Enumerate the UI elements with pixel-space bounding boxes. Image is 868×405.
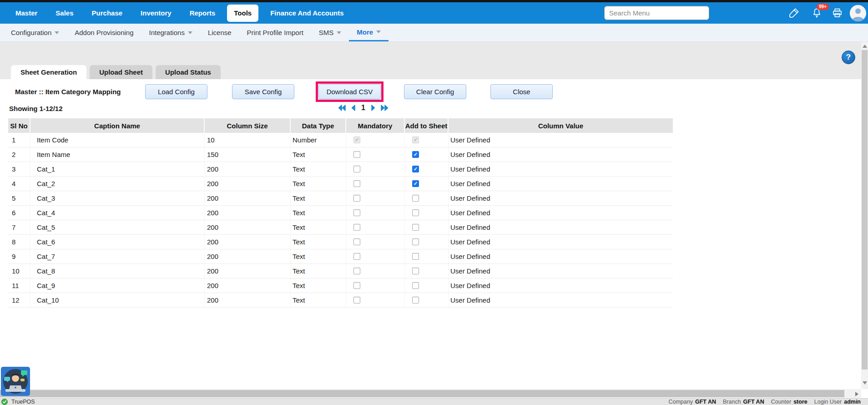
printer-icon[interactable] [831, 7, 843, 20]
notifications-bell-icon[interactable]: 99+ [810, 7, 823, 20]
column-header-sl-no[interactable]: Sl No [8, 118, 30, 133]
nav-item-inventory[interactable]: Inventory [131, 2, 181, 24]
cell-column-value: User Defined [449, 177, 673, 191]
close-button[interactable]: Close [490, 84, 553, 99]
cell-column-size: 200 [205, 235, 291, 249]
first-page-button[interactable] [338, 105, 346, 111]
nav-item-sales[interactable]: Sales [46, 2, 82, 24]
column-header-column-value[interactable]: Column Value [449, 118, 673, 133]
mandatory-checkbox[interactable] [353, 151, 360, 158]
nav-item-finance-and-accounts[interactable]: Finance And Accounts [261, 2, 353, 24]
save-config-button[interactable]: Save Config [232, 84, 294, 99]
tab-upload-sheet[interactable]: Upload Sheet [90, 65, 152, 79]
table-body: 1Item Code10Number✓✓User Defined2Item Na… [8, 133, 673, 308]
subnav-item-integrations[interactable]: Integrations [141, 24, 200, 41]
horizontal-scrollbar[interactable] [0, 389, 861, 398]
subnav-item-more[interactable]: More [349, 24, 389, 41]
cell-mandatory [346, 264, 405, 278]
chevron-down-icon [55, 31, 59, 34]
mandatory-checkbox[interactable] [353, 195, 360, 202]
horizontal-scrollbar-thumb[interactable] [0, 390, 844, 397]
mandatory-checkbox[interactable] [353, 253, 360, 260]
mandatory-checkbox[interactable] [353, 282, 360, 289]
tab-sheet-generation[interactable]: Sheet Generation [11, 65, 86, 79]
add-to-sheet-checkbox[interactable] [412, 282, 419, 289]
add-to-sheet-checkbox[interactable] [412, 297, 419, 304]
nav-item-reports[interactable]: Reports [181, 2, 225, 24]
subnav-item-label: License [208, 29, 232, 36]
nav-item-tools[interactable]: Tools [227, 5, 258, 22]
add-to-sheet-checkbox[interactable] [412, 253, 419, 260]
cell-data-type: Text [291, 249, 346, 263]
table-row: 1Item Code10Number✓✓User Defined [8, 133, 673, 147]
column-header-caption-name[interactable]: Caption Name [30, 118, 205, 133]
add-to-sheet-checkbox[interactable]: ✓ [412, 180, 419, 187]
scroll-right-arrow-icon[interactable] [855, 392, 858, 396]
nav-item-purchase[interactable]: Purchase [83, 2, 132, 24]
column-header-mandatory[interactable]: Mandatory [346, 118, 405, 133]
mandatory-checkbox[interactable] [353, 268, 360, 274]
secondary-navbar: ConfigurationAddon ProvisioningIntegrati… [0, 24, 868, 42]
cell-add-to-sheet: ✓ [405, 147, 449, 162]
cell-mandatory [346, 162, 405, 176]
status-field-value: store [793, 399, 807, 405]
column-header-add-to-sheet[interactable]: Add to Sheet [405, 118, 449, 133]
subnav-item-license[interactable]: License [200, 24, 239, 41]
tab-upload-status[interactable]: Upload Status [156, 65, 221, 79]
cell-caption-name: Item Name [30, 147, 205, 162]
add-to-sheet-checkbox[interactable] [412, 195, 419, 202]
subnav-item-sms[interactable]: SMS [311, 24, 349, 41]
mandatory-checkbox[interactable] [353, 209, 360, 216]
cell-mandatory [346, 206, 405, 220]
showing-count: Showing 1-12/12 [9, 105, 63, 112]
add-to-sheet-checkbox[interactable] [412, 224, 419, 231]
nav-item-master[interactable]: Master [6, 2, 46, 24]
cell-column-value: User Defined [449, 162, 673, 176]
add-to-sheet-checkbox[interactable] [412, 209, 419, 216]
download-csv-button[interactable]: Download CSV [318, 84, 381, 99]
theme-brush-icon[interactable] [787, 7, 800, 20]
vertical-scrollbar-thumb[interactable] [862, 50, 868, 370]
subnav-item-label: Addon Provisioning [75, 29, 133, 36]
scroll-up-arrow-icon[interactable] [863, 45, 867, 48]
next-page-button[interactable] [371, 105, 376, 111]
add-to-sheet-checkbox[interactable] [412, 238, 419, 245]
mandatory-checkbox[interactable] [353, 224, 360, 231]
sheet-generation-panel: Master :: Item Category Mapping Load Con… [0, 79, 861, 389]
cell-mandatory [346, 278, 405, 293]
mandatory-checkbox[interactable] [353, 180, 360, 187]
add-to-sheet-checkbox[interactable] [412, 268, 419, 274]
previous-page-button[interactable] [351, 105, 355, 111]
mandatory-checkbox[interactable] [353, 297, 360, 304]
vertical-scrollbar[interactable] [861, 42, 868, 389]
scroll-down-arrow-icon[interactable] [863, 381, 867, 385]
last-page-button[interactable] [381, 105, 389, 111]
user-avatar[interactable] [850, 5, 866, 21]
current-page[interactable]: 1 [360, 104, 366, 112]
mandatory-checkbox[interactable] [353, 238, 360, 245]
column-header-column-size[interactable]: Column Size [205, 118, 291, 133]
subnav-item-addon-provisioning[interactable]: Addon Provisioning [67, 24, 141, 41]
table-row: 3Cat_1200Text✓User Defined [8, 162, 673, 177]
mandatory-checkbox[interactable] [353, 166, 360, 172]
cell-add-to-sheet [405, 264, 449, 278]
column-header-data-type[interactable]: Data Type [291, 118, 346, 133]
cell-column-size: 200 [205, 293, 291, 307]
add-to-sheet-checkbox[interactable]: ✓ [412, 151, 419, 158]
cell-mandatory [346, 147, 405, 162]
load-config-button[interactable]: Load Config [145, 84, 207, 99]
cell-data-type: Text [291, 293, 346, 307]
help-icon[interactable]: ? [842, 51, 855, 64]
cell-column-size: 200 [205, 191, 291, 205]
status-bar-left: TruePOS [0, 399, 35, 405]
cell-column-size: 200 [205, 278, 291, 293]
subnav-item-print-profile-import[interactable]: Print Profile Import [239, 24, 311, 41]
subnav-item-configuration[interactable]: Configuration [3, 24, 67, 41]
cell-column-value: User Defined [449, 249, 673, 263]
clear-config-button[interactable]: Clear Config [404, 84, 466, 99]
cell-data-type: Text [291, 264, 346, 278]
add-to-sheet-checkbox[interactable]: ✓ [412, 166, 419, 172]
cell-column-size: 200 [205, 206, 291, 220]
cell-sl-no: 6 [8, 206, 30, 220]
search-input[interactable] [604, 6, 709, 20]
